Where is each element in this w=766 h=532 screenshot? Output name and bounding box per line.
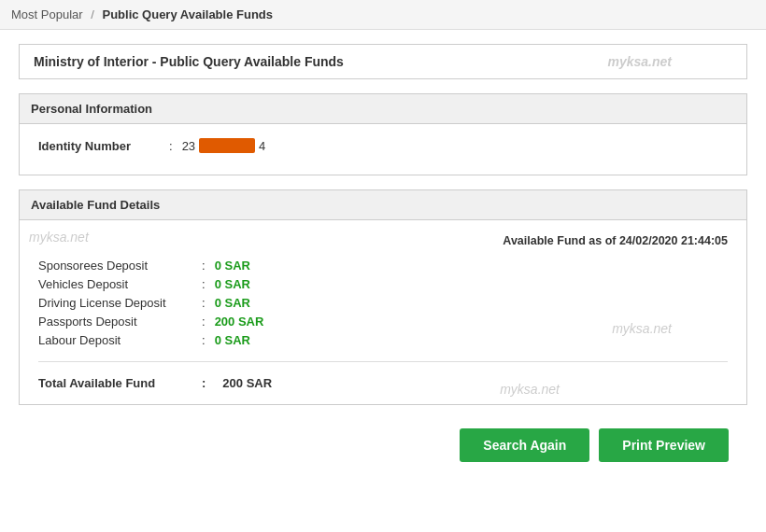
- search-again-button[interactable]: Search Again: [460, 428, 589, 462]
- fund-label-vehicles: Vehicles Deposit: [38, 277, 202, 291]
- page-title-box: Ministry of Interior - Public Query Avai…: [19, 44, 747, 79]
- personal-info-header: Personal Information: [20, 94, 746, 124]
- print-preview-button[interactable]: Print Preview: [599, 428, 729, 462]
- breadcrumb-parent: Most Popular: [11, 7, 83, 21]
- fund-label-sponsorees: Sponsorees Deposit: [38, 259, 202, 273]
- page-title: Ministry of Interior - Public Query Avai…: [34, 54, 344, 69]
- identity-separator: :: [169, 139, 173, 153]
- total-value: 200 SAR: [222, 376, 272, 390]
- fund-details-body: Available Fund as of 24/02/2020 21:44:05…: [20, 220, 746, 404]
- fund-row-driving: Driving License Deposit : 0 SAR: [38, 296, 728, 310]
- id-suffix: 4: [259, 139, 265, 153]
- watermark-fund-3: myksa.net: [500, 382, 560, 397]
- identity-value: 23 4: [182, 138, 266, 153]
- fund-value-sponsorees: 0 SAR: [215, 259, 250, 273]
- fund-value-labour: 0 SAR: [215, 333, 250, 347]
- fund-details-header: Available Fund Details: [20, 190, 746, 220]
- buttons-area: Search Again Print Preview: [19, 419, 747, 471]
- breadcrumb: Most Popular / Public Query Available Fu…: [0, 0, 766, 30]
- fund-sep-2: :: [202, 277, 206, 291]
- fund-sep-5: :: [202, 333, 206, 347]
- fund-label-driving: Driving License Deposit: [38, 296, 202, 310]
- fund-sep-3: :: [202, 296, 206, 310]
- breadcrumb-separator: /: [91, 7, 94, 21]
- fund-value-vehicles: 0 SAR: [215, 277, 250, 291]
- watermark-fund-2: myksa.net: [612, 321, 672, 336]
- total-separator: :: [202, 376, 206, 390]
- main-content: Ministry of Interior - Public Query Avai…: [0, 30, 766, 485]
- breadcrumb-current: Public Query Available Funds: [102, 7, 273, 21]
- fund-sep-4: :: [202, 315, 206, 329]
- fund-value-driving: 0 SAR: [215, 296, 250, 310]
- personal-info-section: Personal Information Identity Number : 2…: [19, 93, 747, 175]
- fund-label-labour: Labour Deposit: [38, 333, 202, 347]
- fund-details-section: Available Fund Details Available Fund as…: [19, 189, 747, 405]
- total-row: Total Available Fund : 200 SAR: [38, 376, 728, 390]
- fund-label-passports: Passports Deposit: [38, 315, 202, 329]
- total-divider: [38, 361, 728, 362]
- fund-as-of: Available Fund as of 24/02/2020 21:44:05: [38, 234, 728, 247]
- fund-value-passports: 200 SAR: [215, 315, 264, 329]
- fund-row-sponsorees: Sponsorees Deposit : 0 SAR: [38, 259, 728, 273]
- fund-sep-1: :: [202, 259, 206, 273]
- total-label: Total Available Fund: [38, 376, 202, 390]
- id-redacted: [199, 138, 255, 153]
- identity-label: Identity Number: [38, 139, 169, 153]
- identity-row: Identity Number : 23 4: [38, 138, 728, 153]
- watermark-title: myksa.net: [608, 54, 672, 69]
- id-prefix: 23: [182, 139, 195, 153]
- personal-info-body: Identity Number : 23 4: [20, 124, 746, 175]
- fund-row-vehicles: Vehicles Deposit : 0 SAR: [38, 277, 728, 291]
